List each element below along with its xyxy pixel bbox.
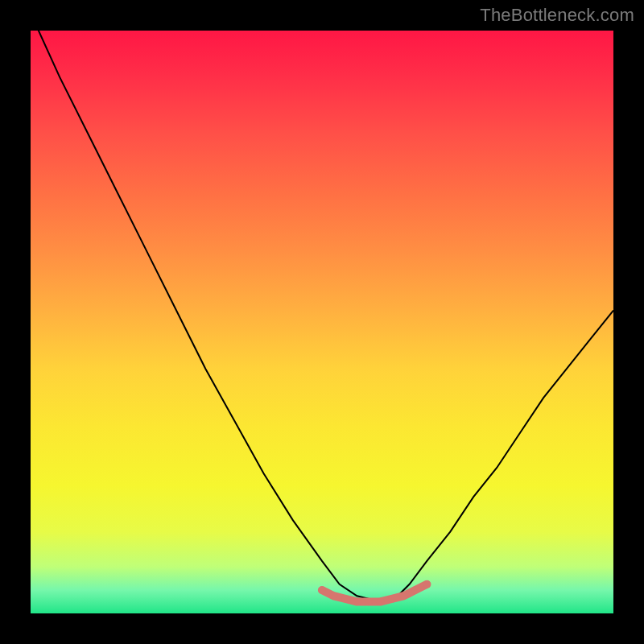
plot-area bbox=[31, 31, 613, 613]
highlight-dot bbox=[423, 580, 431, 588]
highlight-dot bbox=[388, 595, 395, 602]
highlight-dot bbox=[353, 598, 361, 605]
highlight-dot bbox=[365, 598, 372, 605]
highlight-dot bbox=[377, 598, 384, 605]
highlight-dot bbox=[341, 595, 349, 602]
main-curve-line bbox=[31, 31, 613, 602]
highlight-dot bbox=[330, 592, 337, 600]
highlight-dot bbox=[411, 586, 419, 593]
watermark-text: TheBottleneck.com bbox=[480, 5, 634, 26]
chart-frame: TheBottleneck.com bbox=[0, 0, 644, 644]
chart-svg bbox=[31, 31, 613, 613]
highlight-dot bbox=[318, 586, 325, 593]
highlight-dot bbox=[400, 592, 407, 600]
highlight-band-line bbox=[322, 584, 427, 602]
